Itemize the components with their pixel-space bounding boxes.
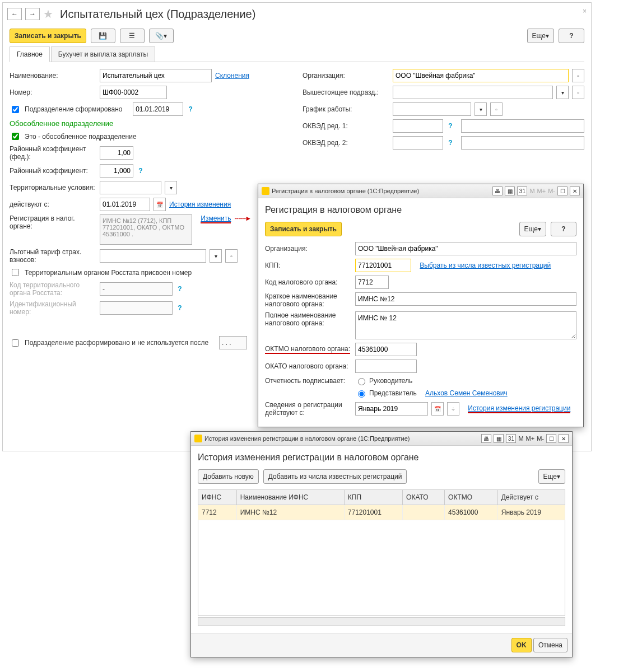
- okved1-input[interactable]: [393, 119, 443, 133]
- print-icon[interactable]: 🖶: [481, 434, 491, 443]
- help-icon[interactable]: ?: [137, 167, 143, 175]
- registration-label: Регистрация в налог. органе:: [10, 214, 96, 230]
- calendar-icon[interactable]: 📅: [431, 402, 444, 416]
- formed-date-input[interactable]: [133, 102, 183, 116]
- terr-input[interactable]: [100, 181, 161, 194]
- valid-from-label: действуют с:: [10, 200, 96, 208]
- more-button[interactable]: Еще ▾: [527, 29, 554, 43]
- help-icon[interactable]: ?: [176, 304, 182, 312]
- close-icon[interactable]: ✕: [570, 186, 580, 195]
- dialog-body: История изменения регистрации в налогово…: [191, 446, 572, 454]
- parent-input[interactable]: [393, 86, 553, 99]
- m-button[interactable]: M: [518, 435, 523, 442]
- rk-fed-input[interactable]: [100, 146, 133, 160]
- arrow-red-icon: - - - - - -►: [234, 214, 250, 222]
- signer-head-radio[interactable]: [358, 378, 365, 385]
- formed-checkbox[interactable]: [12, 106, 19, 113]
- mplus-button: M+: [537, 188, 546, 194]
- change-link[interactable]: Изменить: [201, 214, 231, 223]
- save-button[interactable]: 💾: [91, 29, 115, 43]
- rosstat-checkbox[interactable]: [12, 269, 19, 276]
- dropdown-icon[interactable]: ▾: [165, 181, 177, 194]
- oktmo-input[interactable]: [355, 343, 417, 356]
- dialog-window-title: Регистрация в налоговом органе (1С:Предп…: [272, 188, 419, 194]
- disbanded-label: Подразделение расформировано и не исполь…: [25, 339, 208, 347]
- number-input[interactable]: [100, 86, 167, 99]
- rk-input[interactable]: [100, 164, 133, 178]
- dropdown-icon[interactable]: ▾: [475, 102, 487, 116]
- declensions-link[interactable]: Склонения: [215, 72, 249, 80]
- calc-icon[interactable]: ▦: [494, 434, 504, 443]
- short-name-label: Краткое наименование налогового органа:: [265, 292, 352, 308]
- org-input[interactable]: [393, 69, 569, 82]
- mminus-button[interactable]: M-: [537, 435, 544, 442]
- list-button[interactable]: ☰: [120, 29, 145, 43]
- print-icon[interactable]: 🖶: [492, 186, 503, 195]
- okved1-text-input[interactable]: [461, 119, 584, 133]
- close-icon[interactable]: ✕: [559, 434, 569, 443]
- tab-accounting[interactable]: Бухучет и выплата зарплаты: [51, 46, 155, 62]
- maximize-icon[interactable]: ☐: [546, 434, 556, 443]
- calc-icon[interactable]: ▦: [505, 186, 515, 195]
- help-button[interactable]: ?: [559, 29, 584, 43]
- separate-label: Это - обособленное подразделение: [25, 133, 137, 141]
- tarif-input[interactable]: [100, 249, 206, 263]
- maximize-icon[interactable]: ☐: [557, 186, 567, 195]
- tab-main[interactable]: Главное: [10, 46, 50, 62]
- disbanded-checkbox[interactable]: [12, 339, 19, 347]
- representative-link[interactable]: Альхов Семен Семенович: [425, 389, 508, 397]
- okved2-input[interactable]: [393, 136, 443, 150]
- open-icon[interactable]: ▫: [225, 249, 238, 263]
- nav-forward-button[interactable]: →: [25, 8, 40, 20]
- history-link[interactable]: История изменения: [169, 200, 231, 208]
- attach-button[interactable]: 📎▾: [149, 29, 174, 43]
- toolbar: Записать и закрыть 💾 ☰ 📎▾ Еще ▾ ?: [3, 25, 591, 46]
- ident-input: [100, 301, 173, 315]
- calendar-icon[interactable]: 📅: [153, 198, 166, 211]
- rosstat-label: Территориальным органом Росстата присвое…: [25, 269, 192, 277]
- reg-valid-input[interactable]: [355, 402, 428, 416]
- page-title: Испытательный цех (Подразделение): [60, 8, 255, 21]
- tax-code-input[interactable]: [355, 276, 389, 289]
- tax-code-label: Код налогового органа:: [265, 278, 352, 286]
- close-icon[interactable]: ×: [583, 7, 587, 15]
- valid-date-input[interactable]: [100, 198, 150, 211]
- registration-display[interactable]: ИМНС №12 (7712), КПП 771201001, ОКАТО , …: [100, 214, 192, 245]
- short-name-input[interactable]: [355, 292, 576, 306]
- registration-dialog: Регистрация в налоговом органе (1С:Предп…: [258, 184, 584, 427]
- help-button[interactable]: ?: [551, 222, 576, 236]
- spinner-icon[interactable]: ÷: [447, 402, 459, 416]
- signer-rep-radio[interactable]: [358, 390, 365, 398]
- full-name-input[interactable]: [355, 311, 576, 339]
- nav-back-button[interactable]: ←: [7, 8, 22, 20]
- help-icon[interactable]: ?: [176, 285, 182, 293]
- dialog-body: Регистрация в налоговом органе Записать …: [258, 198, 583, 427]
- calendar-icon[interactable]: 31: [506, 434, 516, 443]
- help-icon[interactable]: ?: [187, 105, 193, 113]
- more-button[interactable]: Еще ▾: [519, 222, 546, 236]
- m-button: M: [529, 188, 534, 194]
- calendar-icon[interactable]: 31: [517, 186, 527, 195]
- save-close-button[interactable]: Записать и закрыть: [265, 222, 342, 236]
- schedule-input[interactable]: [393, 102, 471, 116]
- dropdown-icon[interactable]: ▾: [556, 86, 569, 99]
- rosstat-code-input: [100, 282, 173, 296]
- okved2-text-input[interactable]: [461, 136, 584, 150]
- known-registrations-link[interactable]: Выбрать из числа известных регистраций: [420, 262, 551, 269]
- mplus-button[interactable]: M+: [526, 435, 535, 442]
- okato-input[interactable]: [355, 360, 417, 373]
- save-close-button[interactable]: Записать и закрыть: [10, 29, 86, 43]
- kpp-input[interactable]: [355, 259, 411, 272]
- separate-checkbox[interactable]: [12, 133, 19, 140]
- name-input[interactable]: [100, 69, 212, 82]
- dropdown-icon[interactable]: ▾: [210, 249, 222, 263]
- reg-history-link[interactable]: История изменения регистрации: [468, 404, 570, 413]
- open-icon[interactable]: ▫: [572, 86, 584, 99]
- help-icon[interactable]: ?: [446, 139, 453, 147]
- open-icon[interactable]: ▫: [572, 69, 584, 82]
- org-input[interactable]: [355, 242, 576, 255]
- name-label: Наименование:: [10, 72, 96, 80]
- help-icon[interactable]: ?: [446, 122, 453, 130]
- favorite-icon[interactable]: ★: [43, 7, 53, 21]
- open-icon[interactable]: ▫: [490, 102, 503, 116]
